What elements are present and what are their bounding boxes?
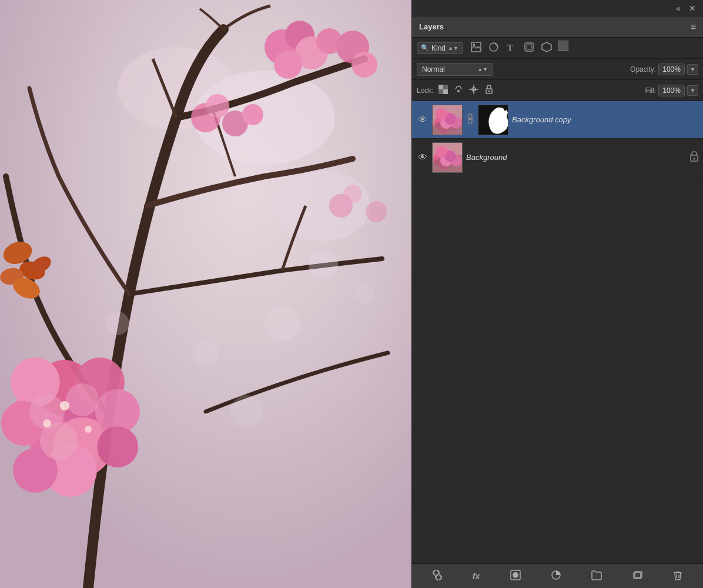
layer-row[interactable]: 👁 — [412, 101, 703, 139]
svg-rect-55 — [438, 89, 443, 94]
layers-panel-title: Layers — [419, 22, 691, 31]
filter-image-icon[interactable] — [470, 41, 483, 55]
delete-layer-button[interactable] — [668, 567, 688, 585]
opacity-value[interactable]: 100% — [658, 64, 685, 75]
svg-point-17 — [66, 383, 99, 416]
svg-rect-51 — [525, 43, 533, 51]
opacity-section: Opacity: 100% ▼ — [630, 64, 698, 75]
svg-point-20 — [43, 419, 51, 427]
svg-point-43 — [265, 306, 300, 341]
svg-text:T: T — [507, 44, 513, 52]
filter-smart-icon[interactable] — [540, 41, 553, 55]
svg-point-45 — [230, 395, 263, 428]
opacity-label: Opacity: — [630, 65, 656, 74]
svg-point-80 — [513, 572, 518, 578]
svg-point-28 — [352, 52, 377, 78]
opacity-dropdown-arrow[interactable]: ▼ — [687, 64, 698, 75]
svg-rect-56 — [443, 89, 448, 94]
layer-name: Background — [466, 153, 687, 162]
add-layer-style-button[interactable]: fx — [468, 569, 484, 583]
layers-list: 👁 — [412, 101, 703, 563]
add-adjustment-button[interactable] — [546, 567, 566, 585]
layers-toolbar: fx — [412, 563, 703, 588]
lock-transparent-icon[interactable] — [437, 83, 449, 97]
fill-section: Fill: 100% ▼ — [645, 85, 698, 96]
lock-pixels-icon[interactable] — [453, 83, 464, 97]
filter-shape-icon[interactable] — [523, 41, 535, 55]
layers-panel-inner: Layers ≡ 🔍 Kind ▲▼ — [412, 16, 703, 588]
svg-point-32 — [242, 104, 263, 125]
link-layers-button[interactable] — [427, 567, 447, 585]
blend-mode-dropdown[interactable]: Normal ▲▼ — [417, 63, 493, 76]
svg-point-34 — [343, 185, 362, 203]
layers-panel-menu-button[interactable]: ≡ — [691, 22, 696, 32]
layer-row[interactable]: 👁 Background — [412, 139, 703, 176]
svg-point-41 — [309, 250, 338, 279]
kind-filter-bar: 🔍 Kind ▲▼ — [412, 38, 703, 59]
layer-thumbnail — [432, 105, 463, 135]
svg-point-30 — [206, 94, 229, 118]
fill-dropdown-arrow[interactable]: ▼ — [687, 85, 698, 96]
svg-point-35 — [366, 201, 387, 222]
layer-thumbnail — [432, 142, 463, 173]
svg-rect-54 — [443, 85, 448, 89]
layer-mask-thumbnail — [478, 105, 508, 135]
filter-color-swatch[interactable] — [558, 41, 568, 51]
svg-point-21 — [85, 426, 92, 433]
new-layer-button[interactable] — [627, 567, 647, 585]
lock-all-icon[interactable] — [483, 83, 495, 97]
svg-point-63 — [488, 91, 490, 92]
layer-lock-icon — [690, 151, 698, 163]
blend-opacity-bar: Normal ▲▼ Opacity: 100% ▼ — [412, 59, 703, 80]
svg-point-77 — [694, 158, 695, 160]
canvas-area — [0, 0, 411, 588]
layer-name: Background copy — [512, 115, 698, 124]
svg-rect-69 — [469, 118, 471, 120]
svg-rect-52 — [527, 45, 531, 49]
kind-arrow-icon: ▲▼ — [448, 45, 458, 51]
svg-point-26 — [274, 51, 302, 79]
filter-icons-group: T — [470, 41, 568, 55]
layer-chain-icon — [466, 113, 474, 126]
fill-label: Fill: — [645, 86, 656, 95]
svg-point-15 — [97, 426, 138, 467]
fill-value[interactable]: 100% — [658, 85, 685, 96]
layers-panel: « ✕ Layers ≡ 🔍 Kind ▲▼ — [411, 0, 703, 588]
kind-dropdown[interactable]: 🔍 Kind ▲▼ — [417, 42, 463, 54]
layers-panel-header: Layers ≡ — [412, 16, 703, 38]
new-group-button[interactable] — [587, 567, 607, 585]
window-back-button[interactable]: « — [674, 2, 683, 14]
svg-point-42 — [354, 283, 375, 305]
lock-bar: Lock: — [412, 80, 703, 101]
lock-label: Lock: — [417, 86, 434, 95]
svg-line-78 — [436, 573, 439, 577]
blend-mode-arrow-icon: ▲▼ — [477, 66, 488, 72]
window-chrome: « ✕ — [412, 0, 703, 16]
filter-adjustment-icon[interactable] — [487, 41, 500, 55]
kind-label: Kind — [431, 44, 446, 52]
svg-point-19 — [60, 401, 69, 410]
layer-visibility-toggle[interactable]: 👁 — [417, 115, 429, 125]
svg-point-2 — [276, 171, 370, 241]
svg-rect-53 — [438, 85, 443, 89]
filter-text-icon[interactable]: T — [505, 41, 518, 55]
blend-mode-label: Normal — [422, 65, 475, 74]
svg-point-18 — [40, 422, 78, 460]
search-icon: 🔍 — [421, 44, 429, 52]
layer-visibility-toggle[interactable]: 👁 — [417, 152, 429, 163]
add-mask-button[interactable] — [506, 567, 525, 585]
svg-point-46 — [106, 312, 129, 335]
window-close-button[interactable]: ✕ — [687, 2, 698, 14]
lock-position-icon[interactable] — [468, 83, 480, 97]
lock-icons-group — [437, 83, 495, 97]
svg-point-44 — [193, 340, 219, 366]
